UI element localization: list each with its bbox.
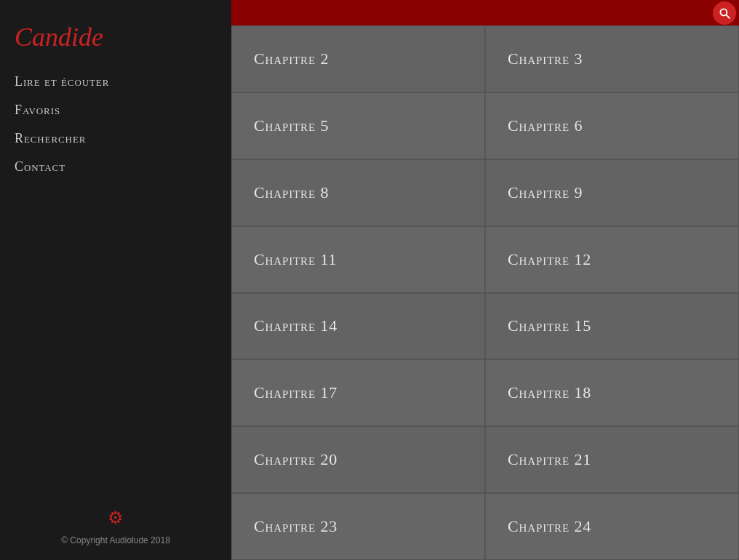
chapter-cell[interactable]: Chapitre 18 (485, 359, 739, 426)
chapter-label: Chapitre 3 (508, 49, 583, 68)
chapters-grid: Chapitre 2Chapitre 3Chapitre 5Chapitre 6… (231, 25, 739, 560)
search-icon (718, 7, 731, 20)
chapter-cell[interactable]: Chapitre 5 (231, 92, 485, 159)
chapter-label: Chapitre 5 (254, 116, 329, 135)
main-content: Chapitre 2Chapitre 3Chapitre 5Chapitre 6… (231, 0, 739, 560)
sidebar: Candide Lire et écouter Favoris Recherch… (0, 0, 231, 560)
chapter-cell[interactable]: Chapitre 15 (485, 293, 739, 360)
chapter-label: Chapitre 6 (508, 116, 583, 135)
gear-icon[interactable]: ⚙ (108, 508, 124, 528)
chapter-cell[interactable]: Chapitre 6 (485, 92, 739, 159)
chapter-cell[interactable]: Chapitre 8 (231, 159, 485, 226)
sidebar-item-favoris[interactable]: Favoris (15, 103, 217, 118)
chapter-label: Chapitre 17 (254, 383, 337, 402)
chapter-cell[interactable]: Chapitre 11 (231, 226, 485, 293)
chapter-label: Chapitre 21 (508, 450, 591, 469)
chapter-cell[interactable]: Chapitre 24 (485, 493, 739, 560)
chapter-label: Chapitre 12 (508, 250, 591, 269)
chapter-label: Chapitre 8 (254, 183, 329, 202)
chapter-label: Chapitre 24 (508, 517, 591, 536)
sidebar-item-lire[interactable]: Lire et écouter (15, 74, 217, 89)
chapter-label: Chapitre 2 (254, 49, 329, 68)
sidebar-footer: ⚙ © Copyright Audiolude 2018 (0, 508, 231, 545)
chapter-label: Chapitre 9 (508, 183, 583, 202)
chapter-label: Chapitre 18 (508, 383, 591, 402)
chapter-label: Chapitre 20 (254, 450, 337, 469)
header-bar (231, 0, 739, 25)
svg-line-1 (727, 15, 730, 18)
app-title: Candide (15, 22, 217, 52)
search-button[interactable] (713, 1, 736, 25)
chapter-label: Chapitre 11 (254, 250, 337, 269)
sidebar-nav: Lire et écouter Favoris Rechercher Conta… (15, 74, 217, 188)
chapter-cell[interactable]: Chapitre 21 (485, 426, 739, 493)
chapter-label: Chapitre 23 (254, 517, 337, 536)
copyright-text: © Copyright Audiolude 2018 (61, 535, 170, 545)
chapter-cell[interactable]: Chapitre 12 (485, 226, 739, 293)
chapter-label: Chapitre 14 (254, 316, 337, 335)
chapter-cell[interactable]: Chapitre 20 (231, 426, 485, 493)
chapter-cell[interactable]: Chapitre 9 (485, 159, 739, 226)
chapter-cell[interactable]: Chapitre 2 (231, 25, 485, 92)
chapter-cell[interactable]: Chapitre 3 (485, 25, 739, 92)
chapter-cell[interactable]: Chapitre 17 (231, 359, 485, 426)
chapter-cell[interactable]: Chapitre 14 (231, 293, 485, 360)
sidebar-item-rechercher[interactable]: Rechercher (15, 131, 217, 146)
sidebar-item-contact[interactable]: Contact (15, 159, 217, 175)
chapter-label: Chapitre 15 (508, 316, 591, 335)
chapter-cell[interactable]: Chapitre 23 (231, 493, 485, 560)
